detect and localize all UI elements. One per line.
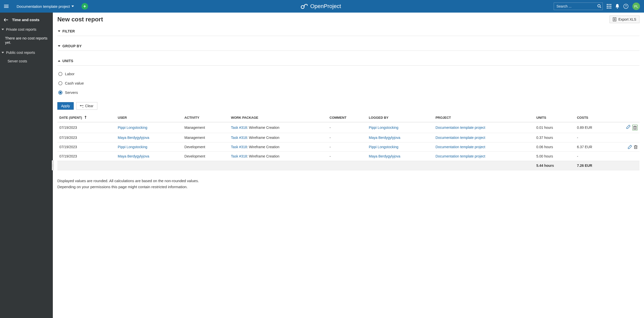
radio-icon [58,81,62,85]
logo-text: OpenProject [310,3,341,10]
cell-comment: - [328,142,367,152]
sidebar-section-public[interactable]: Public cost reports [0,48,53,57]
table-row: 07/19/2023Pippi LongstockingManagementTa… [57,122,639,133]
svg-rect-8 [610,6,611,7]
logged-by-link[interactable]: Maya Berdygylyjova [369,136,400,140]
radio-cash-label: Cash value [65,81,84,85]
logged-by-link[interactable]: Pippi Longstocking [369,145,398,149]
chevron-down-icon [58,30,60,32]
totals-row: 5.44 hours 7.26 EUR [57,161,639,170]
project-link[interactable]: Documentation template project [435,154,485,158]
sidebar-item-server-costs[interactable]: Server costs [0,57,53,65]
col-date[interactable]: DATE (SPENT) [57,113,116,122]
group-by-label: GROUP BY [62,44,82,48]
private-empty-text: There are no cost reports yet. [0,34,53,48]
chevron-down-icon [2,29,4,30]
filter-label: FILTER [62,29,75,33]
back-arrow-icon[interactable] [4,18,9,21]
clear-label: Clear [85,104,93,108]
cell-activity: Development [182,142,229,152]
cell-comment: - [328,133,367,142]
col-costs[interactable]: COSTS [575,113,611,122]
modules-icon[interactable] [607,4,611,9]
page-title: New cost report [57,16,103,23]
radio-labor-label: Labor [65,72,74,76]
logged-by-link[interactable]: Maya Berdygylyjova [369,154,400,158]
task-link[interactable]: Task #318 [231,126,247,130]
radio-servers[interactable]: Servers [58,88,639,97]
svg-rect-11 [610,8,611,9]
clear-button[interactable]: Clear [76,102,97,110]
user-link[interactable]: Maya Berdygylyjova [118,154,149,158]
trash-icon[interactable] [634,145,637,149]
svg-rect-10 [609,8,610,9]
svg-point-0 [301,6,304,9]
radio-labor[interactable]: Labor [58,69,639,78]
project-link[interactable]: Documentation template project [435,126,485,130]
group-by-legend[interactable]: GROUP BY [57,42,639,51]
col-comment[interactable]: COMMENT [328,113,367,122]
logged-by-link[interactable]: Pippi Longstocking [369,126,398,130]
footnote-line1: Displayed values are rounded. All calcul… [57,178,639,184]
svg-rect-25 [634,146,637,149]
svg-point-1 [598,5,600,7]
project-link[interactable]: Documentation template project [435,145,485,149]
task-link[interactable]: Task #318 [231,145,247,149]
user-link[interactable]: Pippi Longstocking [118,126,147,130]
apply-button[interactable]: Apply [57,102,74,110]
task-suffix: : Wireframe Creation [247,126,279,130]
cell-costs: 6.37 EUR [575,142,611,152]
col-user[interactable]: USER [116,113,182,122]
project-selector[interactable]: Documentation template project [17,4,74,9]
col-project[interactable]: PROJECT [433,113,534,122]
app-logo[interactable]: OpenProject [301,3,341,10]
private-reports-label: Private cost reports [6,27,36,31]
table-row: 07/19/2023Pippi LongstockingDevelopmentT… [57,142,639,152]
search-icon[interactable] [597,4,601,8]
table-row: 07/19/2023Maya BerdygylyjovaManagementTa… [57,133,639,142]
task-suffix: : Wireframe Creation [247,154,279,158]
cell-units: 5.00 hours [534,152,575,161]
cell-date: 07/19/2023 [57,142,116,152]
add-button[interactable]: + [82,3,88,10]
footnote-line2: Depending on your permissions this page … [57,184,639,190]
task-suffix: : Wireframe Creation [247,136,279,140]
public-reports-label: Public cost reports [6,51,35,55]
col-work-package[interactable]: WORK PACKAGE [229,113,328,122]
bell-icon[interactable] [615,4,619,9]
cell-date: 07/19/2023 [57,133,116,142]
edit-icon[interactable] [626,125,630,130]
user-link[interactable]: Pippi Longstocking [118,145,147,149]
filter-legend[interactable]: FILTER [57,27,639,36]
cell-date: 07/19/2023 [57,152,116,161]
help-icon[interactable]: ? [623,4,628,9]
task-link[interactable]: Task #318 [231,154,247,158]
cell-costs: - [575,133,611,142]
chevron-up-icon [58,60,60,62]
menu-toggle-icon[interactable] [4,5,9,8]
units-legend[interactable]: UNITS [57,56,639,66]
col-activity[interactable]: ACTIVITY [182,113,229,122]
export-xls-button[interactable]: Export XLS [610,16,639,23]
project-link[interactable]: Documentation template project [435,136,485,140]
sidebar-resize-handle[interactable]: ⋮ [52,160,54,170]
user-avatar[interactable]: PL [632,3,640,10]
radio-cash-value[interactable]: Cash value [58,78,639,88]
logo-icon [301,3,308,9]
cell-activity: Development [182,152,229,161]
search-input[interactable] [554,3,603,10]
task-link[interactable]: Task #318 [231,136,247,140]
task-suffix: : Wireframe Creation [247,145,279,149]
sidebar-section-private[interactable]: Private cost reports [0,25,53,34]
undo-icon [80,104,84,107]
radio-servers-label: Servers [65,90,78,95]
user-link[interactable]: Maya Berdygylyjova [118,136,149,140]
edit-icon[interactable] [628,145,632,149]
col-logged-by[interactable]: LOGGED BY [367,113,433,122]
sidebar-title: Time and costs [12,18,39,22]
svg-line-2 [600,7,601,8]
trash-icon[interactable] [632,125,637,130]
col-units[interactable]: UNITS [534,113,575,122]
total-costs: 7.26 EUR [575,161,611,170]
sort-asc-icon [85,116,87,120]
